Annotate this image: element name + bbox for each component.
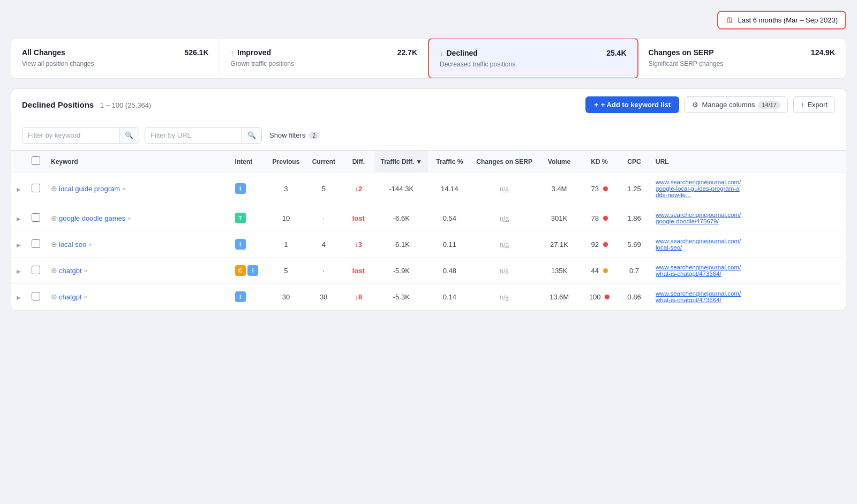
keyword-link[interactable]: chatgpt »: [59, 293, 87, 301]
th-url[interactable]: URL: [650, 151, 846, 172]
kd-dot: [603, 186, 608, 191]
show-filters-button[interactable]: Show filters 2: [267, 129, 321, 141]
keyword-search-button[interactable]: 🔍: [119, 127, 139, 143]
keyword-arrow-icon: »: [122, 185, 125, 192]
header-checkbox[interactable]: [32, 156, 40, 165]
row-intent: I: [230, 284, 267, 310]
serp-na-value: n/a: [500, 241, 509, 249]
row-current: 4: [305, 231, 342, 258]
diff-down: ↓2: [355, 185, 362, 193]
keyword-link[interactable]: local seo »: [59, 240, 92, 249]
card-count-serp: 124.9K: [811, 48, 835, 57]
th-traffic-pct[interactable]: Traffic %: [428, 151, 471, 172]
row-expand[interactable]: ▶: [11, 258, 26, 284]
manage-columns-button[interactable]: ⚙ Manage columns 14/17: [685, 96, 788, 113]
url-link[interactable]: www.searchenginejournal.com/what-is-chat…: [656, 264, 741, 277]
th-intent[interactable]: Intent: [230, 151, 267, 172]
keyword-arrow-icon: »: [88, 241, 92, 247]
table-container: Keyword Intent Previous Current Diff. Tr…: [11, 150, 846, 311]
th-previous[interactable]: Previous: [267, 151, 305, 172]
row-changes-serp: n/a: [471, 284, 538, 310]
positions-table: Keyword Intent Previous Current Diff. Tr…: [11, 151, 846, 310]
summary-card-all-changes[interactable]: All Changes 526.1K View all position cha…: [11, 39, 220, 78]
row-volume: 135K: [538, 258, 581, 284]
row-volume: 13.6M: [538, 284, 581, 310]
row-current: ·: [305, 205, 342, 231]
row-expand[interactable]: ▶: [11, 172, 26, 205]
row-kd: 100: [581, 284, 618, 310]
diff-lost: lost: [352, 214, 365, 222]
card-sub-all-changes: View all position changes: [22, 60, 209, 67]
row-checkbox[interactable]: [32, 266, 40, 274]
keyword-filter-input[interactable]: [22, 127, 119, 143]
row-kd: 73: [581, 172, 618, 205]
th-keyword[interactable]: Keyword: [46, 151, 230, 172]
row-previous: 3: [267, 172, 305, 205]
url-link[interactable]: www.searchenginejournal.com/what-is-chat…: [656, 290, 741, 303]
row-checkbox[interactable]: [32, 184, 40, 192]
url-link[interactable]: www.searchenginejournal.com/google-doodl…: [656, 212, 741, 224]
diff-down: ↓3: [355, 240, 362, 249]
serp-na-value: n/a: [500, 294, 509, 301]
row-changes-serp: n/a: [471, 172, 538, 205]
manage-columns-badge: 14/17: [758, 101, 780, 109]
columns-icon: ⚙: [692, 101, 698, 109]
keyword-link[interactable]: chatgbt »: [59, 267, 87, 275]
th-changes-serp[interactable]: Changes on SERP: [471, 151, 538, 172]
row-expand[interactable]: ▶: [11, 205, 26, 231]
add-to-keyword-list-button[interactable]: + + Add to keyword list: [585, 96, 679, 113]
th-current[interactable]: Current: [305, 151, 342, 172]
keyword-link[interactable]: google doodle games »: [59, 214, 131, 222]
date-range-button[interactable]: 🗓 Last 6 months (Mar – Sep 2023): [717, 11, 846, 29]
row-kd: 92: [581, 231, 618, 258]
row-checkbox-cell: [26, 205, 46, 231]
th-diff[interactable]: Diff.: [342, 151, 374, 172]
row-checkbox[interactable]: [32, 239, 40, 248]
keyword-link[interactable]: local guide program »: [59, 185, 125, 193]
row-traffic-pct: 14.14: [428, 172, 471, 205]
arrow-down-icon: ↓: [440, 49, 443, 57]
table-row: ▶⊕ local seo »I 14↓3-6.1K0.11n/a27.1K92 …: [11, 231, 846, 258]
th-traffic-diff[interactable]: Traffic Diff. ▼: [374, 151, 428, 172]
row-cpc: 5.69: [618, 231, 650, 258]
intent-badge: I: [235, 239, 246, 250]
row-kd: 44: [581, 258, 618, 284]
row-checkbox-cell: [26, 172, 46, 205]
card-sub-declined: Decreased traffic positions: [440, 61, 627, 68]
summary-card-declined[interactable]: ↓ Declined 25.4K Decreased traffic posit…: [428, 38, 638, 79]
summary-card-serp[interactable]: Changes on SERP 124.9K Significant SERP …: [638, 39, 846, 78]
row-checkbox[interactable]: [32, 292, 40, 300]
row-expand[interactable]: ▶: [11, 231, 26, 258]
row-intent: C I: [230, 258, 267, 284]
row-diff: ↓2: [342, 172, 374, 205]
row-expand[interactable]: ▶: [11, 284, 26, 310]
th-cpc[interactable]: CPC: [618, 151, 650, 172]
row-url: www.searchenginejournal.com/google-local…: [650, 172, 846, 205]
row-checkbox-cell: [26, 231, 46, 258]
summary-card-improved[interactable]: ↑ Improved 22.7K Grown traffic positions: [220, 39, 429, 78]
export-button[interactable]: ↑ Export: [793, 96, 835, 113]
row-previous: 1: [267, 231, 305, 258]
row-url: www.searchenginejournal.com/local-seo/: [650, 231, 846, 258]
keyword-plus-icon: ⊕: [51, 240, 57, 249]
section-title: Declined Positions: [22, 100, 94, 109]
summary-card-header-improved: ↑ Improved 22.7K: [231, 48, 418, 57]
row-diff: ↓8: [342, 284, 374, 310]
section-title-wrap: Declined Positions 1 – 100 (25,364): [22, 100, 151, 109]
top-bar: 🗓 Last 6 months (Mar – Sep 2023): [11, 11, 846, 29]
intent-badge: I: [247, 265, 258, 276]
row-previous: 10: [267, 205, 305, 231]
row-url: www.searchenginejournal.com/what-is-chat…: [650, 258, 846, 284]
card-title-all-changes: All Changes: [22, 48, 65, 57]
url-link[interactable]: www.searchenginejournal.com/local-seo/: [656, 238, 741, 251]
th-kd[interactable]: KD %: [581, 151, 618, 172]
row-checkbox[interactable]: [32, 213, 40, 222]
row-cpc: 1.86: [618, 205, 650, 231]
th-volume[interactable]: Volume: [538, 151, 581, 172]
url-link[interactable]: www.searchenginejournal.com/google-local…: [656, 179, 741, 198]
row-traffic-pct: 0.54: [428, 205, 471, 231]
url-search-button[interactable]: 🔍: [242, 127, 261, 143]
serp-na-value: n/a: [500, 267, 509, 275]
summary-card-header: All Changes 526.1K: [22, 48, 209, 57]
url-filter-input[interactable]: [145, 127, 242, 143]
